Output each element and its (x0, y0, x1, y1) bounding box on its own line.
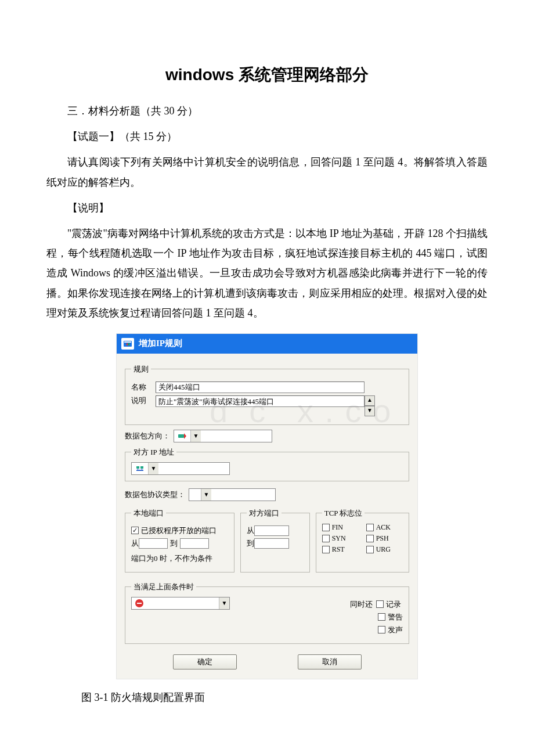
tcp-flags-legend: TCP 标志位 (322, 508, 365, 519)
local-port-to-label: 到 (170, 538, 178, 549)
svg-rect-2 (178, 434, 184, 438)
block-icon (135, 599, 143, 607)
svg-rect-3 (136, 466, 139, 469)
desc-scroll-up-icon[interactable]: ▲ (365, 395, 375, 406)
dropdown-arrow-icon: ▼ (201, 489, 211, 501)
desc-label: 说明 (131, 395, 156, 406)
authorized-port-checkbox[interactable] (131, 527, 139, 534)
alert-label: 警告 (388, 612, 403, 622)
direction-icon (178, 432, 187, 440)
shuoming-label: 【说明】 (46, 198, 488, 218)
remote-ip-legend: 对方 IP 地址 (131, 447, 176, 458)
tcp-rst-checkbox[interactable] (322, 546, 330, 553)
remote-port-from-label: 从 (247, 525, 254, 536)
protocol-dropdown[interactable]: ▼ (189, 488, 276, 501)
remote-ip-fieldset: 对方 IP 地址 ▼ (125, 447, 409, 481)
shuoming-body: "震荡波"病毒对网络中计算机系统的攻击方式是：以本地 IP 地址为基础，开辟 1… (46, 224, 488, 323)
log-label: 记录 (386, 599, 401, 610)
svg-rect-5 (136, 470, 143, 471)
tcp-syn-label: SYN (332, 534, 346, 543)
remote-port-fieldset: 对方端口 从 到 (240, 508, 310, 573)
dialog-title-text: 增加IP规则 (139, 338, 182, 349)
dropdown-arrow-icon: ▼ (219, 597, 229, 609)
tcp-psh-label: PSH (376, 534, 389, 543)
also-label: 同时还 (350, 599, 373, 610)
direction-label: 数据包方向： (125, 431, 170, 441)
tcp-rst-label: RST (332, 545, 345, 554)
rule-desc-input[interactable]: 防止"震荡波"病毒试探连接445端口 (156, 395, 365, 407)
local-port-legend: 本地端口 (131, 508, 166, 519)
tcp-flags-fieldset: TCP 标志位 FIN ACK SYN PSH RST URG (316, 508, 409, 573)
section-heading: 三．材料分析题（共 30 分） (46, 101, 488, 121)
rule-name-input[interactable] (156, 381, 365, 393)
svg-rect-7 (142, 469, 142, 470)
alert-checkbox[interactable] (378, 613, 385, 621)
authorized-port-label: 已授权程序开放的端口 (141, 525, 217, 536)
local-port-fieldset: 本地端口 已授权程序开放的端口 从 到 端口为0 时，不作为条件 (125, 508, 234, 573)
rule-legend: 规则 (131, 364, 151, 375)
page-title: windows 系统管理网络部分 (46, 64, 488, 86)
tcp-urg-label: URG (376, 545, 391, 554)
remote-port-legend: 对方端口 (247, 508, 282, 519)
svg-rect-4 (140, 466, 143, 469)
dialog-title-icon (121, 338, 134, 350)
dropdown-arrow-icon: ▼ (148, 463, 158, 474)
sound-checkbox[interactable] (378, 626, 385, 633)
sound-label: 发声 (388, 625, 403, 635)
intro-paragraph: 请认真阅读下列有关网络中计算机安全的说明信息，回答问题 1 至问题 4。将解答填… (46, 152, 488, 192)
log-checkbox[interactable] (376, 600, 384, 608)
remote-ip-dropdown[interactable]: ▼ (131, 462, 230, 475)
remote-port-to-input[interactable] (254, 538, 289, 549)
action-dropdown[interactable]: ▼ (131, 597, 230, 610)
local-port-to-input[interactable] (180, 538, 209, 549)
dialog-titlebar: 增加IP规则 (117, 334, 417, 354)
network-icon (135, 465, 145, 473)
svg-rect-1 (124, 341, 131, 343)
dropdown-arrow-icon: ▼ (190, 430, 201, 442)
rule-fieldset: 规则 名称 说明 防止"震荡波"病毒试探连接445端口 ▲ ▼ (125, 364, 409, 425)
svg-rect-6 (138, 469, 138, 470)
condition-fieldset: 当满足上面条件时 ▼ 同时还记录 警告 发声 (125, 582, 409, 644)
port-zero-note: 端口为0 时，不作为条件 (131, 553, 212, 564)
cancel-button[interactable]: 取消 (298, 654, 362, 669)
tcp-fin-label: FIN (332, 523, 343, 532)
firewall-rule-dialog: 增加IP规则 d c x . c o 规则 名称 说明 防止"震荡波"病毒试探连… (116, 333, 418, 679)
name-label: 名称 (131, 382, 156, 393)
protocol-label: 数据包协议类型： (125, 489, 185, 500)
local-port-from-input[interactable] (139, 538, 168, 549)
condition-legend: 当满足上面条件时 (131, 582, 196, 592)
figure-caption: 图 3-1 防火墙规则配置界面 (81, 687, 488, 707)
remote-port-to-label: 到 (247, 538, 254, 549)
tcp-fin-checkbox[interactable] (322, 524, 330, 531)
local-port-from-label: 从 (131, 538, 139, 549)
tcp-urg-checkbox[interactable] (366, 546, 374, 553)
ok-button[interactable]: 确定 (173, 654, 237, 669)
tcp-ack-checkbox[interactable] (366, 524, 374, 531)
tcp-psh-checkbox[interactable] (366, 535, 374, 542)
tcp-syn-checkbox[interactable] (322, 535, 330, 542)
remote-port-from-input[interactable] (254, 525, 289, 536)
desc-scroll-down-icon[interactable]: ▼ (365, 406, 375, 416)
tcp-ack-label: ACK (376, 523, 391, 532)
direction-dropdown[interactable]: ▼ (174, 430, 272, 442)
question-heading: 【试题一】（共 15 分） (46, 127, 488, 146)
